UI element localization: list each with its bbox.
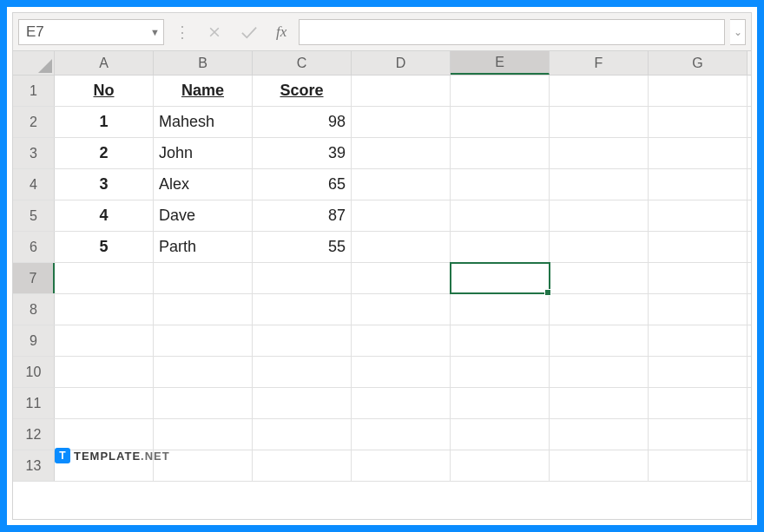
col-head-C[interactable]: C [253,51,352,75]
formula-input[interactable] [299,19,725,45]
cell-A1[interactable]: No [55,76,154,106]
cell-G10[interactable] [649,357,748,387]
cell-A8[interactable] [55,294,154,325]
fx-label[interactable]: fx [269,23,293,41]
cell-D11[interactable] [352,388,451,418]
cell-E8[interactable] [451,294,550,325]
enter-icon[interactable] [234,19,264,45]
cell-D4[interactable] [352,169,451,200]
cell-D9[interactable] [352,325,451,356]
cell-F4[interactable] [550,169,649,200]
cell-G2[interactable] [649,107,748,137]
cell-F13[interactable] [550,450,649,481]
cell-F5[interactable] [550,200,649,231]
cell-C8[interactable] [253,294,352,325]
cell-E1[interactable] [451,76,550,106]
cell-E3[interactable] [451,138,550,168]
cell-B3[interactable]: John [154,138,253,168]
row-head[interactable]: 9 [13,325,55,356]
cell-E5[interactable] [451,200,550,231]
col-head-B[interactable]: B [154,51,253,75]
cell-D2[interactable] [352,107,451,137]
cell-B11[interactable] [154,388,253,418]
cell-A4[interactable]: 3 [55,169,154,200]
cancel-icon[interactable] [200,19,229,45]
cell-B5[interactable]: Dave [154,200,253,231]
col-head-G[interactable]: G [649,51,748,75]
cell-C11[interactable] [253,388,352,418]
cell-D6[interactable] [352,232,451,262]
cell-G3[interactable] [649,138,748,168]
cell-F2[interactable] [550,107,649,137]
cell-B1[interactable]: Name [154,76,253,106]
row-head[interactable]: 5 [13,200,55,231]
cell-F8[interactable] [550,294,649,325]
cell-B2[interactable]: Mahesh [154,107,253,137]
expand-icon[interactable]: ⌄ [730,19,746,45]
row-head[interactable]: 3 [13,138,55,168]
row-head[interactable]: 2 [13,107,55,137]
select-all-corner[interactable] [13,51,55,75]
cell-B8[interactable] [154,294,253,325]
cell-B12[interactable] [154,419,253,450]
cell-F9[interactable] [550,325,649,356]
dropdown-icon[interactable]: ▼ [150,27,160,37]
row-head[interactable]: 10 [13,357,55,387]
cell-G6[interactable] [649,232,748,262]
cell-C2[interactable]: 98 [253,107,352,137]
cell-D13[interactable] [352,450,451,481]
cell-A12[interactable] [55,419,154,450]
cell-G9[interactable] [649,325,748,356]
cell-E2[interactable] [451,107,550,137]
cell-G5[interactable] [649,200,748,231]
cell-E7[interactable] [451,263,550,293]
col-head-E[interactable]: E [451,51,550,75]
cell-D10[interactable] [352,357,451,387]
row-head[interactable]: 11 [13,388,55,418]
cell-G12[interactable] [649,419,748,450]
cell-F10[interactable] [550,357,649,387]
name-box[interactable]: E7 ▼ [18,19,164,45]
cell-D7[interactable] [352,263,451,293]
row-head[interactable]: 13 [13,450,55,481]
cell-F3[interactable] [550,138,649,168]
cell-D1[interactable] [352,76,451,106]
row-head[interactable]: 6 [13,232,55,262]
cell-G13[interactable] [649,450,748,481]
cell-A10[interactable] [55,357,154,387]
cell-D3[interactable] [352,138,451,168]
cell-E10[interactable] [451,357,550,387]
cell-C12[interactable] [253,419,352,450]
cell-B7[interactable] [154,263,253,293]
cell-F1[interactable] [550,76,649,106]
row-head[interactable]: 4 [13,169,55,200]
cell-E13[interactable] [451,450,550,481]
col-head-A[interactable]: A [55,51,154,75]
cell-C7[interactable] [253,263,352,293]
row-head[interactable]: 12 [13,419,55,450]
cell-E4[interactable] [451,169,550,200]
cell-B9[interactable] [154,325,253,356]
cell-C5[interactable]: 87 [253,200,352,231]
cell-E9[interactable] [451,325,550,356]
cell-G4[interactable] [649,169,748,200]
cell-A5[interactable]: 4 [55,200,154,231]
cell-G8[interactable] [649,294,748,325]
cell-F7[interactable] [550,263,649,293]
cell-B4[interactable]: Alex [154,169,253,200]
cell-G7[interactable] [649,263,748,293]
col-head-D[interactable]: D [352,51,451,75]
cell-D12[interactable] [352,419,451,450]
cell-C1[interactable]: Score [253,76,352,106]
cell-C10[interactable] [253,357,352,387]
cell-B6[interactable]: Parth [154,232,253,262]
cell-F6[interactable] [550,232,649,262]
cell-C9[interactable] [253,325,352,356]
cell-E12[interactable] [451,419,550,450]
cell-A11[interactable] [55,388,154,418]
col-head-F[interactable]: F [550,51,649,75]
cell-C6[interactable]: 55 [253,232,352,262]
cell-E11[interactable] [451,388,550,418]
cell-A9[interactable] [55,325,154,356]
cell-A3[interactable]: 2 [55,138,154,168]
